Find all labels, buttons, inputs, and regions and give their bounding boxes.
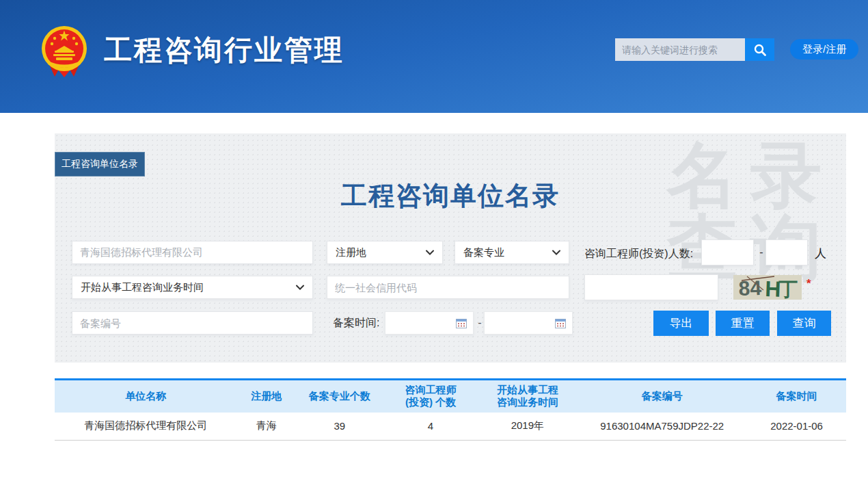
record-major-select-value: 备案专业 bbox=[463, 246, 504, 259]
cell-engineer-count: 4 bbox=[383, 413, 478, 441]
start-business-time-select[interactable]: 开始从事工程咨询业务时间 bbox=[72, 276, 313, 299]
person-unit-label: 人 bbox=[815, 241, 826, 267]
record-time-end-input[interactable] bbox=[484, 311, 573, 335]
search-input[interactable] bbox=[615, 38, 745, 61]
cell-unit-name: 青海国德招标代理有限公司 bbox=[55, 413, 236, 441]
col-header-major-count: 备案专业个数 bbox=[296, 380, 383, 413]
chevron-down-icon bbox=[552, 250, 560, 255]
login-register-button[interactable]: 登录/注册 bbox=[790, 39, 858, 60]
col-header-start-time: 开始从事工程 咨询业务时间 bbox=[478, 380, 578, 413]
range-separator: - bbox=[757, 239, 766, 265]
search-icon bbox=[753, 43, 767, 57]
start-business-time-select-value: 开始从事工程咨询业务时间 bbox=[81, 281, 204, 294]
col-header-record-number: 备案编号 bbox=[577, 380, 747, 413]
site-header: 工程咨询行业管理 登录/注册 bbox=[0, 0, 868, 113]
cell-register-place: 青海 bbox=[236, 413, 296, 441]
captcha-image-icon: 84 H 丁 bbox=[733, 275, 802, 300]
search-button[interactable] bbox=[745, 38, 774, 61]
record-number-input[interactable] bbox=[72, 311, 313, 335]
col-header-record-time: 备案时间 bbox=[747, 380, 846, 413]
national-emblem-icon bbox=[40, 23, 89, 78]
record-time-label: 备案时间: bbox=[333, 311, 379, 335]
credit-code-input[interactable] bbox=[327, 276, 569, 299]
calendar-icon bbox=[456, 318, 467, 328]
directory-panel: 名录 查询 工程咨询单位名录 工程咨询单位名录 注册地 备案专业 咨询工程师(投… bbox=[55, 133, 846, 363]
register-place-select[interactable]: 注册地 bbox=[327, 241, 443, 264]
company-name-input[interactable] bbox=[72, 241, 313, 264]
date-range-separator: - bbox=[476, 311, 484, 335]
export-button[interactable]: 导出 bbox=[653, 311, 709, 336]
cell-record-time: 2022-01-06 bbox=[747, 413, 846, 441]
svg-text:丁: 丁 bbox=[778, 278, 798, 300]
engineer-count-max-input[interactable] bbox=[765, 239, 808, 265]
engineer-count-label: 咨询工程师(投资)人数: bbox=[584, 241, 693, 267]
tab-directory[interactable]: 工程咨询单位名录 bbox=[55, 152, 145, 177]
site-title: 工程咨询行业管理 bbox=[104, 31, 344, 69]
chevron-down-icon bbox=[426, 250, 434, 255]
cell-major-count: 39 bbox=[296, 413, 383, 441]
page-title: 工程咨询单位名录 bbox=[55, 179, 846, 213]
reset-button[interactable]: 重置 bbox=[716, 311, 770, 336]
cell-record-number: 91630104MA759JDP22-22 bbox=[577, 413, 747, 441]
header-search bbox=[615, 38, 774, 61]
engineer-count-min-input[interactable] bbox=[701, 239, 754, 265]
cell-start-time: 2019年 bbox=[478, 413, 578, 441]
captcha-input[interactable] bbox=[584, 274, 718, 300]
captcha-required-mark: * bbox=[806, 277, 811, 291]
table-header-row: 单位名称 注册地 备案专业个数 咨询工程师 (投资) 个数 开始从事工程 咨询业… bbox=[55, 380, 846, 413]
page: 工程咨询行业管理 登录/注册 名录 查询 工程咨询单位名录 工程咨询单位名录 注… bbox=[0, 0, 868, 496]
record-time-start-input[interactable] bbox=[385, 311, 474, 335]
col-header-engineer-count: 咨询工程师 (投资) 个数 bbox=[383, 380, 478, 413]
col-header-register-place: 注册地 bbox=[236, 380, 296, 413]
query-button[interactable]: 查询 bbox=[777, 311, 831, 336]
national-emblem-logo bbox=[40, 23, 89, 78]
col-header-unit-name: 单位名称 bbox=[55, 380, 236, 413]
record-major-select[interactable]: 备案专业 bbox=[455, 241, 569, 264]
calendar-icon bbox=[555, 318, 566, 328]
table-row: 青海国德招标代理有限公司 青海 39 4 2019年 91630104MA759… bbox=[55, 413, 846, 441]
register-place-select-value: 注册地 bbox=[336, 246, 366, 259]
results-table: 单位名称 注册地 备案专业个数 咨询工程师 (投资) 个数 开始从事工程 咨询业… bbox=[55, 378, 846, 441]
chevron-down-icon bbox=[296, 285, 304, 290]
captcha-image[interactable]: 84 H 丁 bbox=[733, 275, 802, 300]
